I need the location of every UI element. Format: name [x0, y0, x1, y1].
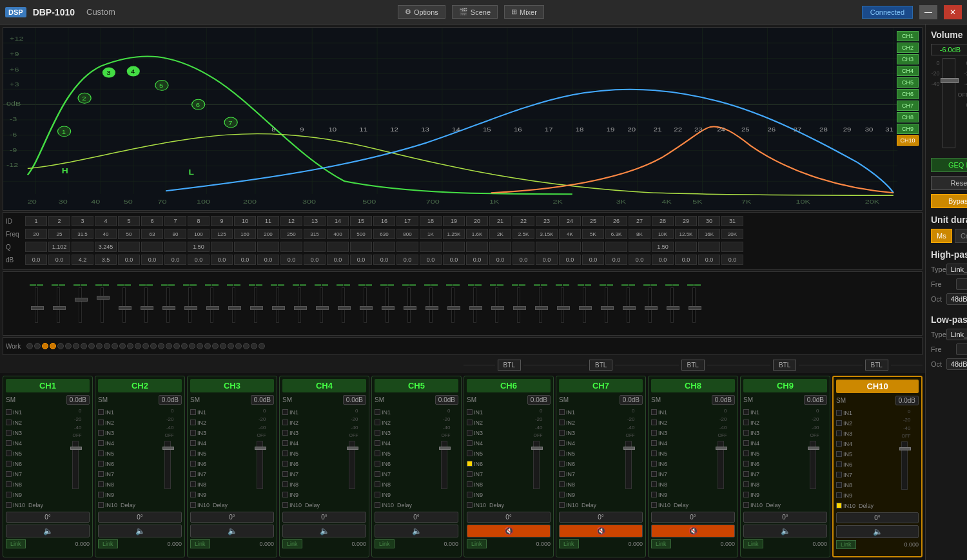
freq-cell-8[interactable]: 100 [188, 229, 210, 239]
checkbox-CH2-IN2[interactable] [98, 420, 104, 425]
checkbox-CH2-IN3[interactable] [98, 430, 104, 436]
minimize-button[interactable]: — [919, 5, 937, 19]
checkbox-CH3-IN6[interactable] [190, 461, 196, 467]
link-btn-CH6[interactable]: Link [467, 539, 487, 548]
mute-btn-CH10[interactable]: 🔈 [836, 525, 919, 538]
checkbox-CH9-IN9[interactable] [743, 492, 749, 497]
checkbox-CH1-IN3[interactable] [6, 430, 12, 436]
fader-track-4[interactable] [101, 287, 104, 323]
mute-btn-CH9[interactable]: 🔈 [743, 525, 827, 537]
db-cell-27[interactable]: 0.0 [629, 255, 650, 265]
fader-handle-24[interactable] [535, 306, 548, 310]
link-btn-CH4[interactable]: Link [282, 539, 302, 548]
phase-btn-CH9[interactable]: 0° [743, 512, 827, 523]
freq-cell-25[interactable]: 5K [582, 229, 604, 239]
q-cell-31[interactable] [721, 242, 743, 252]
checkbox-CH5-IN6[interactable] [375, 461, 380, 467]
checkbox-CH4-IN8[interactable] [282, 481, 288, 487]
ch7-button[interactable]: CH7 [897, 101, 919, 111]
fader-handle-20[interactable] [447, 306, 460, 310]
ch-fader-track-CH5[interactable] [441, 441, 447, 489]
db-cells[interactable]: 0.00.04.23.50.00.00.00.00.00.00.00.00.00… [25, 255, 919, 265]
q-cell-5[interactable] [118, 242, 140, 252]
freq-cell-17[interactable]: 800 [396, 229, 418, 239]
q-cell-11[interactable] [257, 242, 279, 252]
q-cell-19[interactable] [443, 242, 465, 252]
checkbox-CH9-IN6[interactable] [743, 461, 749, 467]
checkbox-CH2-IN10[interactable] [98, 502, 104, 508]
q-cell-4[interactable]: 3.245 [95, 242, 117, 252]
ch-header-CH10[interactable]: CH10 [836, 380, 919, 393]
hp-freq-value[interactable]: 22Hz [956, 278, 967, 290]
db-cell-22[interactable]: 0.0 [513, 255, 534, 265]
q-cell-8[interactable]: 1.50 [188, 242, 210, 252]
checkbox-CH1-IN1[interactable] [6, 409, 12, 415]
ch-fader-track-CH4[interactable] [349, 441, 355, 489]
checkbox-CH3-IN7[interactable] [190, 471, 196, 477]
vol-fader-track[interactable] [943, 58, 955, 148]
freq-cell-2[interactable]: 25 [48, 229, 70, 239]
db-cell-31[interactable]: 0.0 [721, 255, 743, 265]
fader-handle-1[interactable] [31, 306, 44, 310]
checkbox-CH9-IN2[interactable] [743, 420, 749, 425]
link-btn-CH3[interactable]: Link [190, 539, 210, 548]
phase-btn-CH5[interactable]: 0° [375, 512, 458, 523]
checkbox-CH10-IN5[interactable] [836, 451, 842, 457]
fader-handle-17[interactable] [382, 306, 395, 310]
checkbox-CH2-IN9[interactable] [98, 492, 104, 497]
checkbox-CH6-IN4[interactable] [467, 440, 473, 446]
checkbox-CH10-IN10[interactable] [836, 503, 842, 508]
fader-handle-13[interactable] [294, 306, 307, 310]
sm-value-CH5[interactable]: 0.0dB [435, 395, 458, 405]
checkbox-CH7-IN2[interactable] [559, 420, 565, 425]
checkbox-CH4-IN1[interactable] [282, 409, 288, 415]
checkbox-CH5-IN2[interactable] [375, 420, 380, 425]
scene-button[interactable]: 🎬 Scene [452, 5, 498, 19]
db-cell-9[interactable]: 0.0 [211, 255, 233, 265]
db-cell-12[interactable]: 0.0 [280, 255, 302, 265]
checkbox-CH8-IN9[interactable] [651, 492, 657, 497]
fader-track-10[interactable] [232, 287, 235, 323]
checkbox-CH4-IN10[interactable] [282, 502, 288, 508]
checkbox-CH6-IN2[interactable] [467, 420, 473, 425]
checkbox-CH7-IN8[interactable] [559, 481, 565, 487]
fader-track-14[interactable] [320, 287, 323, 323]
checkbox-CH8-IN5[interactable] [651, 450, 657, 456]
ch-fader-handle-CH1[interactable] [70, 447, 82, 450]
phase-btn-CH7[interactable]: 0° [559, 512, 643, 523]
mute-btn-CH3[interactable]: 🔈 [190, 525, 274, 537]
checkbox-CH4-IN4[interactable] [282, 440, 288, 446]
freq-cell-6[interactable]: 63 [141, 229, 163, 239]
fader-track-3[interactable] [79, 287, 82, 323]
fader-track-28[interactable] [627, 287, 630, 323]
checkbox-CH7-IN9[interactable] [559, 492, 565, 497]
checkbox-CH6-IN5[interactable] [467, 450, 473, 456]
ch-header-CH6[interactable]: CH6 [467, 379, 551, 392]
checkbox-CH10-IN4[interactable] [836, 441, 842, 447]
btl4-button[interactable]: BTL [773, 360, 796, 371]
fader-track-20[interactable] [451, 287, 454, 323]
db-cell-20[interactable]: 0.0 [466, 255, 488, 265]
hp-type-dropdown[interactable]: Link_Ril ▼ [946, 264, 967, 275]
ch-fader-handle-CH3[interactable] [255, 447, 266, 450]
checkbox-CH5-IN1[interactable] [375, 409, 380, 415]
ch8-button[interactable]: CH8 [897, 112, 919, 122]
unit-ms-button[interactable]: Ms [931, 229, 952, 243]
checkbox-CH3-IN10[interactable] [190, 502, 196, 508]
mute-btn-CH5[interactable]: 🔈 [375, 525, 458, 537]
checkbox-CH1-IN7[interactable] [6, 471, 12, 477]
q-cell-25[interactable] [582, 242, 604, 252]
checkbox-CH3-IN9[interactable] [190, 492, 196, 497]
q-cell-28[interactable]: 1.50 [652, 242, 674, 252]
phase-btn-CH10[interactable]: 0° [836, 512, 919, 523]
checkbox-CH6-IN10[interactable] [467, 502, 473, 508]
mixer-button[interactable]: ⊞ Mixer [504, 5, 544, 19]
checkbox-CH9-IN4[interactable] [743, 440, 749, 446]
freq-cell-24[interactable]: 4K [559, 229, 581, 239]
fader-handle-27[interactable] [601, 306, 614, 310]
fader-track-15[interactable] [342, 287, 345, 323]
checkbox-CH9-IN5[interactable] [743, 450, 749, 456]
ch-header-CH4[interactable]: CH4 [282, 379, 366, 392]
db-cell-8[interactable]: 0.0 [188, 255, 210, 265]
mute-btn-CH7[interactable]: 🔇 [559, 525, 643, 537]
